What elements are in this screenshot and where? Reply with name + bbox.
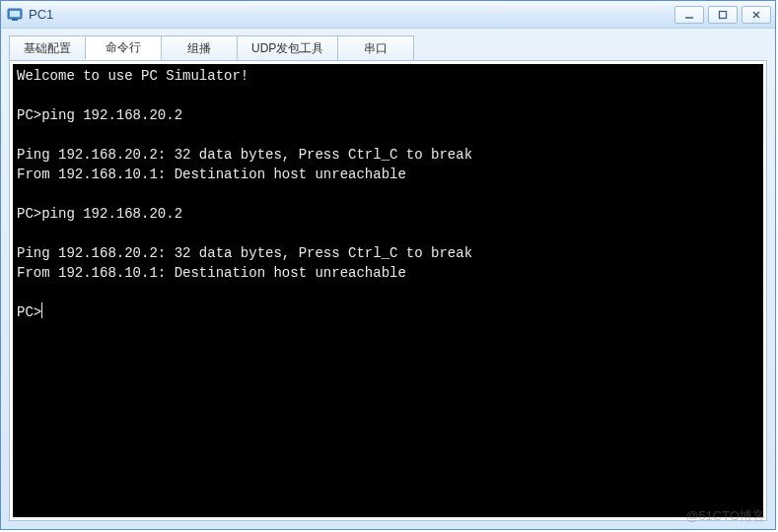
tab-basic-config[interactable]: 基础配置 [9,35,86,60]
tab-label: UDP发包工具 [251,40,323,57]
tab-multicast[interactable]: 组播 [161,35,238,60]
tab-label: 组播 [187,40,211,57]
tab-label: 串口 [364,40,388,57]
terminal-cursor [41,302,42,318]
close-button[interactable] [742,6,771,24]
tab-label: 基础配置 [24,40,71,57]
terminal[interactable]: Welcome to use PC Simulator! PC>ping 192… [13,64,763,517]
minimize-button[interactable] [674,6,704,24]
tabstrip: 基础配置 命令行 组播 UDP发包工具 串口 [9,34,767,60]
svg-rect-1 [10,11,20,17]
app-window: PC1 基础配置 命令行 组播 UDP发包工具 串口 Welcome to us… [0,0,776,530]
tab-command-line[interactable]: 命令行 [85,35,162,60]
window-title: PC1 [29,7,674,22]
svg-rect-4 [720,11,727,18]
client-area: 基础配置 命令行 组播 UDP发包工具 串口 Welcome to use PC… [1,29,775,529]
tab-udp-tool[interactable]: UDP发包工具 [237,35,338,60]
tab-pane: Welcome to use PC Simulator! PC>ping 192… [9,60,767,521]
maximize-button[interactable] [708,6,738,24]
titlebar: PC1 [1,1,775,29]
tab-label: 命令行 [106,39,141,56]
app-icon [7,7,23,23]
tab-serial[interactable]: 串口 [337,35,414,60]
svg-rect-2 [12,19,18,21]
window-controls [674,6,771,24]
